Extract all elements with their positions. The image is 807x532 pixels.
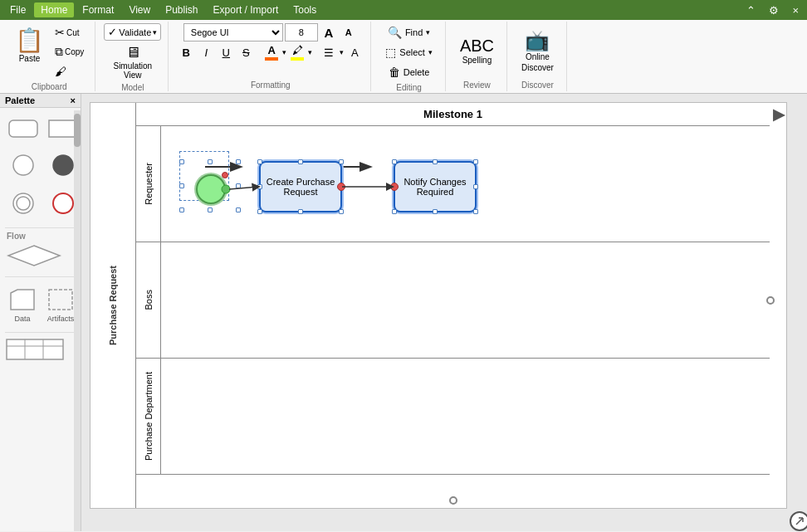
palette-scroll-thumb[interactable] [74,114,81,147]
cut-button[interactable]: ✂ Cut [51,23,88,41]
notify-changes-node[interactable]: Notify Changes Required [394,161,477,212]
menu-export-import[interactable]: Export / Import [207,2,286,17]
bold-btn[interactable]: B [177,43,195,61]
create-handle-ml[interactable] [257,184,262,189]
handle-ml[interactable] [179,183,184,188]
purchase-request-label: Purchase Request [90,103,136,508]
purchase-dept-row[interactable]: Purchase Department [136,359,770,475]
formatting-group: Segoe UI A A B I U S A ▾ [170,22,371,91]
handle-bl[interactable] [179,207,184,212]
ribbon: 📋 Paste ✂ Cut ⧉ Copy 🖌 [0,20,807,94]
create-handle-bl[interactable] [257,209,262,214]
font-row: Segoe UI A A [183,23,358,41]
italic-btn[interactable]: I [197,43,215,61]
svg-point-6 [53,193,73,213]
create-handle-tl[interactable] [257,159,262,164]
svg-point-5 [17,197,30,210]
flow-item[interactable] [0,242,81,275]
highlight-dropdown[interactable]: ▾ [308,48,312,56]
requester-content[interactable]: Create Purchase Request [161,126,770,242]
discover-group: 📺 Online Discover Discover [509,22,567,91]
create-output-dot [337,183,345,191]
app-body: Palette × [0,94,807,531]
resize-handle[interactable] [790,511,807,531]
handle-tm[interactable] [208,159,213,164]
requester-label: Requester [136,126,161,242]
font-shrink-btn[interactable]: A [340,23,358,41]
menu-tools[interactable]: Tools [286,2,323,17]
delete-button[interactable]: 🗑 Delete [383,63,436,81]
flow-label: Flow [0,230,81,242]
paste-button[interactable]: 📋 Paste [10,23,49,81]
boss-label: Boss [136,242,161,358]
font-color-btn[interactable]: A [262,43,281,61]
handle-mr[interactable] [236,183,241,188]
boss-row[interactable]: Boss [136,242,770,359]
notify-handle-mr[interactable] [473,184,478,189]
handle-br[interactable] [236,207,241,212]
create-purchase-request-node[interactable]: Create Purchase Request [259,161,342,212]
svg-marker-7 [8,246,60,266]
ribbon-content: 📋 Paste ✂ Cut ⧉ Copy 🖌 [0,20,807,93]
minimize-btn[interactable]: ⌃ [741,2,761,18]
editing-group: 🔍 Find ▾ ⬚ Select ▾ 🗑 Delete Editing [373,22,446,91]
handle-bm[interactable] [208,207,213,212]
copy-button[interactable]: ⧉ Copy [51,42,88,61]
format-painter-button[interactable]: 🖌 [51,62,88,81]
align-btn[interactable]: ☰ [320,43,338,61]
close-btn[interactable]: × [787,2,804,18]
palette-item-rounded-rect[interactable] [5,113,42,144]
strikethrough-btn[interactable]: S [237,43,255,61]
create-handle-tm[interactable] [298,159,303,164]
menu-format[interactable]: Format [76,2,120,17]
palette-item-data[interactable]: Data [5,282,40,327]
menu-home[interactable]: Home [34,2,74,17]
notify-handle-tm[interactable] [433,159,438,164]
milestone-header: Milestone 1 ▶ [136,103,770,126]
table-item[interactable] [0,334,81,367]
font-select[interactable]: Segoe UI [183,23,283,41]
create-handle-br[interactable] [339,209,344,214]
font-grow-btn[interactable]: A [320,23,338,41]
handle-tl[interactable] [179,159,184,164]
format-row: B I U S A ▾ 🖍 ▾ ☰ [177,43,364,61]
svg-rect-8 [49,290,72,310]
select-button[interactable]: ⬚ Select ▾ [379,43,438,61]
handle-tr[interactable] [236,159,241,164]
notify-handle-bm[interactable] [433,209,438,214]
palette-item-artifacts[interactable]: Artifacts [43,282,78,327]
validate-button[interactable]: ✓ Validate ▾ [104,23,161,41]
font-color-dropdown[interactable]: ▾ [282,48,286,56]
highlight-color-btn[interactable]: 🖍 [288,43,306,61]
underline-btn[interactable]: U [217,43,235,61]
notify-handle-br[interactable] [473,209,478,214]
notify-handle-tl[interactable] [392,159,397,164]
menu-publish[interactable]: Publish [159,2,204,17]
create-handle-tr[interactable] [339,159,344,164]
svg-line-18 [796,518,803,525]
requester-row[interactable]: Requester [136,126,770,242]
text-effect-btn[interactable]: A [345,43,364,61]
find-button[interactable]: 🔍 Find ▾ [382,23,436,41]
create-handle-bm[interactable] [298,209,303,214]
palette-close-btn[interactable]: × [71,95,76,105]
bottom-edge-circle [449,496,457,505]
clipboard-side: ✂ Cut ⧉ Copy 🖌 [51,23,88,81]
notify-handle-bl[interactable] [392,209,397,214]
spelling-button[interactable]: ABC Spelling [454,33,500,69]
settings-btn[interactable]: ⚙ [764,2,784,18]
font-size-input[interactable] [285,23,318,41]
align-dropdown[interactable]: ▾ [340,48,344,56]
canvas-inner: Milestone 1 ▶ Purchase Request Requester [90,102,787,509]
menu-file[interactable]: File [3,2,32,17]
notify-handle-tr[interactable] [473,159,478,164]
canvas-area[interactable]: Milestone 1 ▶ Purchase Request Requester [81,94,807,531]
online-courses-button[interactable]: 📺 Online Discover [516,27,560,76]
palette-item-circle-double[interactable] [5,186,42,221]
simulation-view-button[interactable]: 🖥 Simulation View [110,42,155,81]
milestone-arrow-icon: ▶ [773,105,785,124]
menu-view[interactable]: View [122,2,157,17]
palette-scrollbar[interactable] [74,110,81,531]
palette-item-circle[interactable] [5,148,42,183]
svg-point-3 [53,155,73,175]
